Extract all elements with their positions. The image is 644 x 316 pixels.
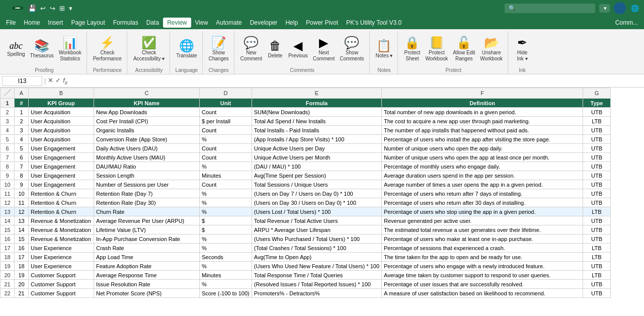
cell-r22c2[interactable]: Net Promoter Score (NPS) (94, 289, 200, 298)
thesaurus-button[interactable]: 📚 Thesaurus (28, 33, 56, 65)
cell-r14c2[interactable]: Average Revenue Per User (ARPU) (94, 216, 200, 225)
cell-r3c3[interactable]: $ per Install (200, 117, 252, 126)
spelling-button[interactable]: abc Spelling (5, 33, 27, 65)
cell-r18c6[interactable]: LTB (583, 253, 611, 262)
row-num-17[interactable]: 17 (1, 244, 15, 253)
cell-r19c4[interactable]: (Users Who Used New Feature / Total User… (252, 262, 381, 271)
row-num-5[interactable]: 5 (1, 135, 15, 144)
previous-comment-button[interactable]: ◀ Previous (286, 33, 310, 65)
cell-r3c2[interactable]: Cost Per Install (CPI) (94, 117, 200, 126)
cell-r15c3[interactable]: $ (200, 225, 252, 234)
menu-review[interactable]: Review (163, 18, 191, 28)
cell-r7c4[interactable]: Unique Active Users per Month (252, 153, 381, 162)
cell-r8c6[interactable]: UTB (583, 162, 611, 171)
header-hash[interactable]: # (15, 99, 29, 108)
cell-r10c0[interactable]: 9 (15, 180, 29, 189)
cell-r12c2[interactable]: Retention Rate (Day 30) (94, 198, 200, 207)
cancel-formula-icon[interactable]: ✕ (48, 76, 53, 86)
header-formula[interactable]: Formula (252, 99, 381, 108)
cell-r18c5[interactable]: The time taken for the app to open and b… (382, 253, 583, 262)
cell-r18c4[interactable]: Avg(Time to Open App) (252, 253, 381, 262)
cell-r9c3[interactable]: Minutes (200, 171, 252, 180)
cell-r13c1[interactable]: Retention & Churn (29, 207, 94, 216)
cell-r11c5[interactable]: Percentage of users who return after 7 d… (382, 189, 583, 198)
cell-r6c2[interactable]: Daily Active Users (DAU) (94, 144, 200, 153)
cell-r20c0[interactable]: 19 (15, 271, 29, 280)
col-header-e[interactable]: E (252, 88, 381, 99)
check-performance-button[interactable]: ⚡ Check Performance (91, 33, 124, 65)
menu-help[interactable]: Help (281, 18, 302, 28)
cell-r20c1[interactable]: Customer Support (29, 271, 94, 280)
header-definition[interactable]: Definition (382, 99, 583, 108)
cell-r22c0[interactable]: 21 (15, 289, 29, 298)
cell-r9c5[interactable]: Average duration users spend in the app … (382, 171, 583, 180)
cell-r8c0[interactable]: 7 (15, 162, 29, 171)
cell-r9c4[interactable]: Avg(Time Spent per Session) (252, 171, 381, 180)
protect-sheet-button[interactable]: 🔒 Protect Sheet (402, 33, 422, 65)
cell-r21c2[interactable]: Issue Resolution Rate (94, 280, 200, 289)
cell-r17c4[interactable]: (Total Crashes / Total Sessions) * 100 (252, 244, 381, 253)
show-changes-button[interactable]: 📝 Show Changes (207, 33, 231, 65)
cell-r4c0[interactable]: 3 (15, 126, 29, 135)
cell-r11c2[interactable]: Retention Rate (Day 7) (94, 189, 200, 198)
cell-r8c3[interactable]: % (200, 162, 252, 171)
cell-r21c1[interactable]: Customer Support (29, 280, 94, 289)
saved-button[interactable]: ▾ (599, 4, 610, 13)
menu-insert[interactable]: Insert (44, 18, 67, 28)
cell-r3c5[interactable]: The cost to acquire a new app user throu… (382, 117, 583, 126)
row-num-4[interactable]: 4 (1, 126, 15, 135)
cell-r10c1[interactable]: User Engagement (29, 180, 94, 189)
cell-r19c3[interactable]: % (200, 262, 252, 271)
cell-r16c1[interactable]: Revenue & Monetization (29, 234, 94, 244)
next-comment-button[interactable]: ▶ Next Comment (311, 33, 337, 65)
cell-r9c6[interactable]: UTB (583, 171, 611, 180)
notes-button[interactable]: 📋 Notes ▾ (374, 33, 395, 65)
cell-r22c5[interactable]: A measure of user satisfaction based on … (382, 289, 583, 298)
cell-r10c5[interactable]: Average number of times a user opens the… (382, 180, 583, 189)
cell-r22c4[interactable]: Promoters% - Detractors% (252, 289, 381, 298)
cell-r6c1[interactable]: User Engagement (29, 144, 94, 153)
cell-r14c4[interactable]: Total Revenue / Total Active Users (252, 216, 381, 225)
search-bar[interactable]: 🔍 (505, 4, 595, 13)
cell-r12c0[interactable]: 11 (15, 198, 29, 207)
cell-r2c2[interactable]: New App Downloads (94, 108, 200, 117)
cell-r13c2[interactable]: Churn Rate (94, 207, 200, 216)
cell-r10c2[interactable]: Number of Sessions per User (94, 180, 200, 189)
row-num-9[interactable]: 9 (1, 171, 15, 180)
cell-r17c0[interactable]: 16 (15, 244, 29, 253)
cell-r18c1[interactable]: User Experience (29, 253, 94, 262)
cell-r18c0[interactable]: 17 (15, 253, 29, 262)
cell-r9c2[interactable]: Session Length (94, 171, 200, 180)
cell-r8c1[interactable]: User Engagement (29, 162, 94, 171)
cell-r19c2[interactable]: Feature Adoption Rate (94, 262, 200, 271)
save-icon[interactable]: 💾 (27, 4, 37, 13)
menu-home[interactable]: Home (20, 18, 44, 28)
cell-r6c4[interactable]: Unique Active Users per Day (252, 144, 381, 153)
cell-r21c3[interactable]: % (200, 280, 252, 289)
cell-r4c6[interactable]: UTB (583, 126, 611, 135)
cell-r18c2[interactable]: App Load Time (94, 253, 200, 262)
row-num-20[interactable]: 20 (1, 271, 15, 280)
check-accessibility-button[interactable]: ✅ Check Accessibility ▾ (131, 33, 167, 65)
comments-button[interactable]: Comm... (611, 18, 642, 28)
row-num-10[interactable]: 10 (1, 180, 15, 189)
cell-r21c4[interactable]: (Resolved Issues / Total Reported Issues… (252, 280, 381, 289)
cell-r12c3[interactable]: % (200, 198, 252, 207)
row-num-1[interactable]: 1 (1, 99, 15, 108)
menu-automate[interactable]: Automate (212, 18, 246, 28)
cell-r20c4[interactable]: Total Response Time / Total Queries (252, 271, 381, 280)
cell-r22c1[interactable]: Customer Support (29, 289, 94, 298)
cell-r8c5[interactable]: Percentage of monthly users who engage d… (382, 162, 583, 171)
cell-r12c5[interactable]: Percentage of users who return after 30 … (382, 198, 583, 207)
col-header-g[interactable]: G (583, 88, 611, 99)
cell-r6c5[interactable]: Number of unique users who open the app … (382, 144, 583, 153)
more-tools-icon[interactable]: ▾ (68, 4, 73, 13)
name-box[interactable] (2, 76, 42, 86)
cell-r22c3[interactable]: Score (-100 to 100) (200, 289, 252, 298)
cell-r14c6[interactable]: UTB (583, 216, 611, 225)
cell-r6c0[interactable]: 5 (15, 144, 29, 153)
col-header-c[interactable]: C (94, 88, 200, 99)
cell-r4c1[interactable]: User Acquisition (29, 126, 94, 135)
cell-r10c3[interactable]: Count (200, 180, 252, 189)
cell-r11c3[interactable]: % (200, 189, 252, 198)
